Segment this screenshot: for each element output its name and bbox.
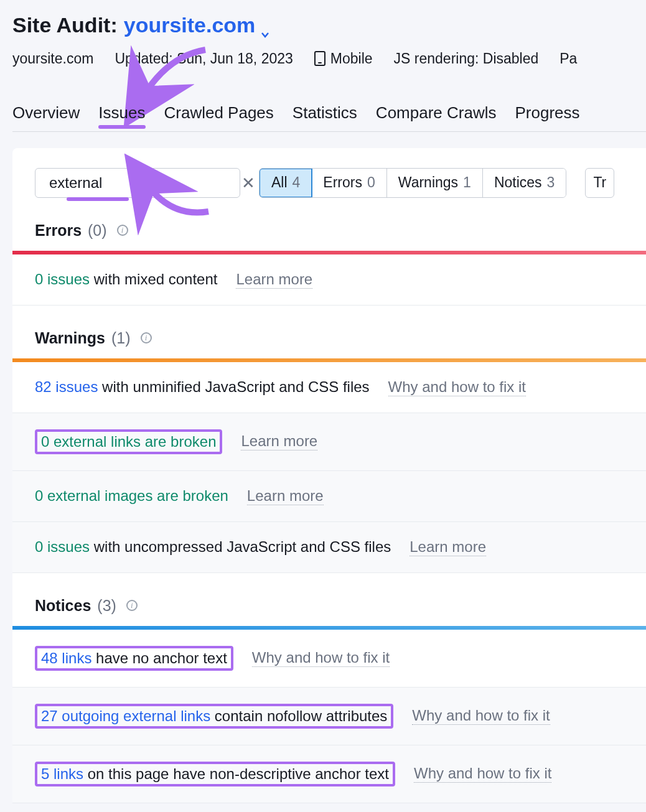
learn-more-link[interactable]: Learn more: [247, 487, 324, 505]
group-header-warnings: Warnings (1) i: [12, 306, 646, 358]
annotation-box: 27 outgoing external links contain nofol…: [35, 704, 393, 729]
issue-link[interactable]: 0 issues: [35, 271, 90, 287]
issue-link[interactable]: 0 issues: [35, 538, 90, 555]
info-icon[interactable]: i: [117, 225, 128, 236]
issue-row: 0 issues with uncompressed JavaScript an…: [12, 522, 646, 573]
domain-name: yoursite.com: [124, 12, 256, 38]
issue-row: 0 external links are broken Learn more: [12, 413, 646, 471]
issue-row: 27 outgoing external links contain nofol…: [12, 688, 646, 745]
tab-overview[interactable]: Overview: [12, 100, 80, 131]
issue-link[interactable]: 0 external images are broken: [35, 487, 228, 504]
meta-js-rendering: JS rendering: Disabled: [394, 50, 539, 67]
search-box: ✕: [35, 168, 240, 198]
learn-more-link[interactable]: Learn more: [241, 432, 317, 450]
fix-link[interactable]: Why and how to fix it: [252, 649, 390, 667]
tab-crawled-pages[interactable]: Crawled Pages: [164, 100, 274, 131]
filter-segment: All 4 Errors 0 Warnings 1 Notices 3: [259, 168, 566, 198]
domain-dropdown[interactable]: yoursite.com: [124, 12, 271, 38]
annotation-box: 5 links on this page have non-descriptiv…: [35, 762, 395, 786]
meta-updated: Updated: Sun, Jun 18, 2023: [115, 50, 293, 67]
annotation-arrow-to-tab: [131, 37, 218, 108]
filter-trailing[interactable]: Tr: [585, 168, 614, 198]
annotation-box: 0 external links are broken: [35, 429, 222, 454]
issue-row: 48 links have no anchor text Why and how…: [12, 630, 646, 688]
issue-link[interactable]: 27 outgoing external links: [41, 707, 210, 724]
fix-link[interactable]: Why and how to fix it: [388, 378, 526, 396]
issues-panel: ✕ All 4 Errors 0 Warnings 1 Notices: [12, 148, 646, 803]
meta-extra: Pa: [559, 50, 577, 67]
filter-warnings[interactable]: Warnings 1: [387, 169, 483, 197]
chevron-down-icon: [260, 20, 270, 30]
info-icon[interactable]: i: [141, 332, 152, 343]
issue-link[interactable]: 5 links: [41, 765, 83, 782]
issue-row: 82 issues with unminified JavaScript and…: [12, 362, 646, 413]
meta-domain: yoursite.com: [12, 50, 93, 67]
meta-device: Mobile: [314, 50, 373, 67]
filter-all[interactable]: All 4: [259, 168, 312, 198]
issue-link[interactable]: 48 links: [41, 650, 91, 666]
tab-statistics[interactable]: Statistics: [293, 100, 357, 131]
search-input[interactable]: [49, 174, 235, 192]
tab-issues-label: Issues: [98, 103, 145, 123]
fix-link[interactable]: Why and how to fix it: [414, 765, 551, 783]
learn-more-link[interactable]: Learn more: [410, 538, 486, 556]
learn-more-link[interactable]: Learn more: [236, 271, 312, 289]
issue-link[interactable]: 0 external links are broken: [41, 433, 216, 450]
page-title: Site Audit:: [12, 12, 118, 38]
annotation-box: 48 links have no anchor text: [35, 646, 233, 671]
mobile-icon: [314, 51, 325, 66]
tab-issues[interactable]: Issues: [98, 100, 145, 131]
info-icon[interactable]: i: [126, 600, 138, 611]
issue-row: 5 links on this page have non-descriptiv…: [12, 745, 646, 803]
tab-compare-crawls[interactable]: Compare Crawls: [376, 100, 497, 131]
filter-errors[interactable]: Errors 0: [312, 169, 386, 197]
clear-search-icon[interactable]: ✕: [241, 175, 255, 191]
tab-progress[interactable]: Progress: [515, 100, 579, 131]
fix-link[interactable]: Why and how to fix it: [412, 707, 550, 725]
issue-link[interactable]: 82 issues: [35, 378, 98, 395]
group-header-notices: Notices (3) i: [12, 573, 646, 626]
issue-row: 0 issues with mixed content Learn more: [12, 254, 646, 306]
filter-notices[interactable]: Notices 3: [483, 169, 566, 197]
issue-row: 0 external images are broken Learn more: [12, 471, 646, 522]
group-header-errors: Errors (0) i: [12, 198, 646, 251]
